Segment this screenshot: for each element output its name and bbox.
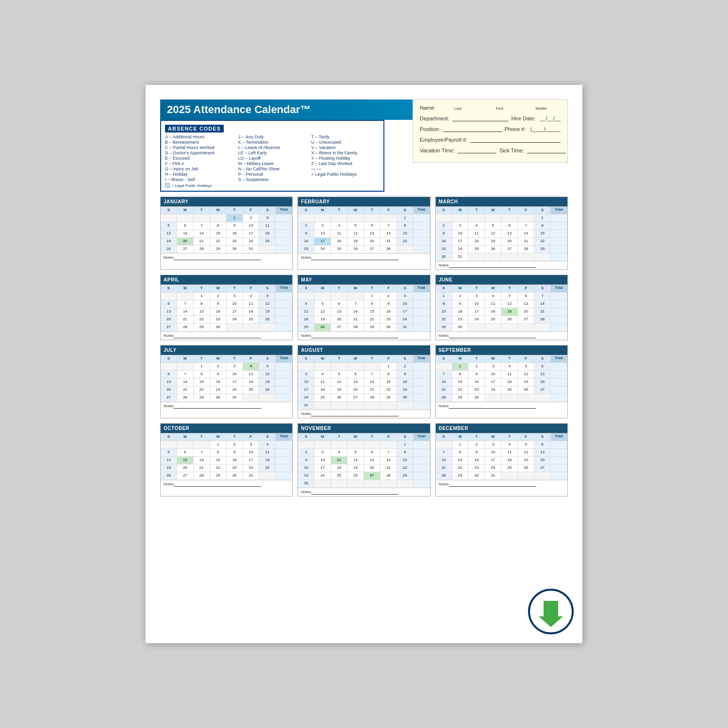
cal-grid: SMTWTFSTotal1234567891011121314151617181… <box>436 433 567 480</box>
cal-cell: 8 <box>452 449 469 457</box>
day-header: W <box>347 207 364 215</box>
cal-cell: 11 <box>243 300 260 308</box>
month-header: APRIL <box>161 275 292 284</box>
holiday-legend: = Legal Public Holidays <box>165 183 380 188</box>
cal-cell: 20 <box>161 386 177 394</box>
day-header: F <box>243 355 260 363</box>
cal-cell: 6 <box>364 222 381 230</box>
cal-cell <box>534 253 551 261</box>
cal-cell: 20 <box>534 379 551 386</box>
cal-cell <box>485 215 501 222</box>
cal-cell: 28 <box>177 324 194 331</box>
cal-cell: 4 <box>501 441 518 449</box>
absence-code-item: — — <box>311 166 380 171</box>
cal-cell: 28 <box>436 394 452 402</box>
cal-cell <box>381 215 397 222</box>
day-header: W <box>210 433 227 441</box>
cal-total-cell <box>414 394 430 402</box>
cal-cell: 25 <box>243 386 260 394</box>
day-header: W <box>210 285 227 293</box>
cal-cell: 19 <box>501 308 518 316</box>
cal-cell: 5 <box>485 222 501 230</box>
cal-total-cell <box>414 464 430 472</box>
cal-cell: 26 <box>518 464 534 472</box>
cal-cell <box>194 441 210 449</box>
day-header: F <box>381 285 397 293</box>
notes-line <box>449 263 536 268</box>
day-header: Total <box>276 207 292 215</box>
cal-cell: 18 <box>243 308 260 316</box>
cal-cell: 29 <box>534 246 551 253</box>
cal-total-cell <box>414 222 430 230</box>
cal-cell: 26 <box>259 316 276 324</box>
cal-cell <box>468 253 485 261</box>
cal-cell: 9 <box>298 457 314 464</box>
cal-cell: 7 <box>347 300 364 308</box>
cal-cell: 29 <box>436 324 452 331</box>
cal-cell: 3 <box>452 222 469 230</box>
cal-cell: 25 <box>259 464 276 472</box>
cal-cell: 26 <box>161 246 177 253</box>
day-header: M <box>314 285 331 293</box>
cal-cell: 18 <box>259 230 276 238</box>
cal-cell: 22 <box>210 464 227 472</box>
cal-total-cell <box>276 371 292 379</box>
cal-cell <box>314 293 331 300</box>
cal-cell: 21 <box>347 316 364 324</box>
day-header: W <box>210 355 227 363</box>
cal-cell: 24 <box>314 246 331 253</box>
cal-total-cell <box>276 293 292 300</box>
cal-cell: 12 <box>331 379 347 386</box>
cal-cell: 21 <box>194 238 210 246</box>
day-header: S <box>259 285 276 293</box>
cal-cell: 21 <box>177 386 194 394</box>
cal-cell: 9 <box>468 449 485 457</box>
cal-cell: 23 <box>452 316 469 324</box>
cal-cell: 30 <box>468 472 485 480</box>
month-header: JULY <box>161 346 292 355</box>
cal-cell: 2 <box>298 449 314 457</box>
cal-total-cell <box>551 293 567 300</box>
month-header: NOVEMBER <box>298 424 430 433</box>
cal-cell: 2 <box>381 293 397 300</box>
cal-cell <box>314 363 331 371</box>
cal-total-cell <box>551 246 567 253</box>
cal-cell: 17 <box>397 308 414 316</box>
day-header: F <box>381 433 397 441</box>
cal-cell: 6 <box>161 371 177 379</box>
cal-cell: 5 <box>314 300 331 308</box>
cal-cell: 2 <box>227 441 243 449</box>
download-icon[interactable] <box>527 587 575 636</box>
cal-cell: 8 <box>194 300 210 308</box>
cal-cell: 16 <box>210 379 227 386</box>
day-header: Total <box>551 355 567 363</box>
month-calendar: JUNESMTWTFSTotal123456789101112131415161… <box>435 275 568 340</box>
cal-cell: 21 <box>177 316 194 324</box>
cal-cell <box>436 363 452 371</box>
cal-cell: 23 <box>381 316 397 324</box>
phone-label: Phone #: <box>505 126 526 132</box>
cal-cell <box>314 441 331 449</box>
cal-cell: 14 <box>347 308 364 316</box>
cal-cell: 9 <box>452 300 469 308</box>
cal-cell <box>436 215 452 222</box>
cal-cell: 29 <box>452 394 469 402</box>
cal-cell <box>381 402 397 410</box>
day-header: S <box>298 355 314 363</box>
cal-total-cell <box>551 457 567 464</box>
cal-total-cell <box>414 371 430 379</box>
cal-cell <box>485 394 501 402</box>
day-header: T <box>468 433 485 441</box>
emp-payroll-row: Employee/Payroll #: <box>420 136 561 143</box>
cal-cell: 17 <box>314 238 331 246</box>
cal-cell: 8 <box>397 222 414 230</box>
day-header: M <box>177 433 194 441</box>
cal-cell: 30 <box>468 394 485 402</box>
day-header: T <box>501 355 518 363</box>
cal-cell: 25 <box>331 246 347 253</box>
notes-line <box>311 412 398 416</box>
cal-cell: 19 <box>331 386 347 394</box>
cal-cell: 4 <box>331 222 347 230</box>
cal-cell: 25 <box>501 386 518 394</box>
cal-cell: 1 <box>227 215 243 222</box>
